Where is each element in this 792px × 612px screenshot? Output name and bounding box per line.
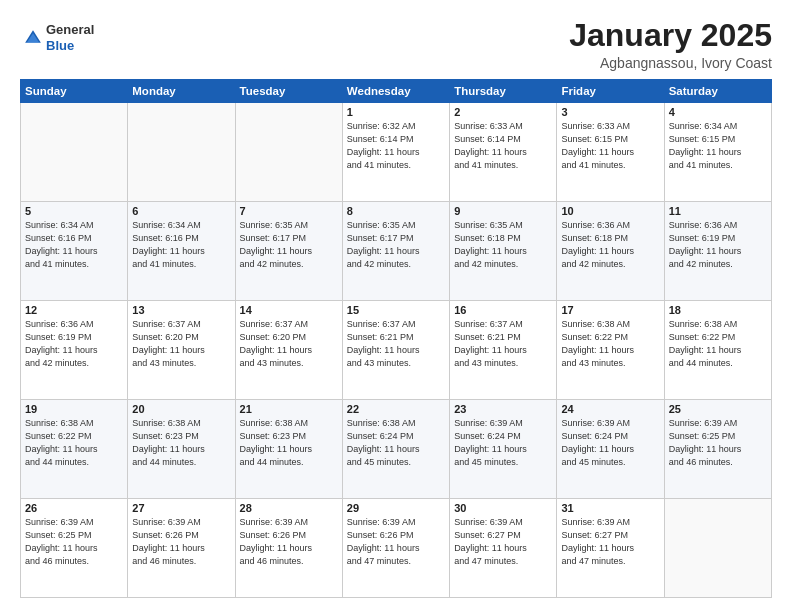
calendar-cell: 6Sunrise: 6:34 AMSunset: 6:16 PMDaylight… — [128, 202, 235, 301]
day-info: Sunrise: 6:39 AMSunset: 6:24 PMDaylight:… — [561, 417, 659, 469]
day-info: Sunrise: 6:35 AMSunset: 6:17 PMDaylight:… — [347, 219, 445, 271]
day-info: Sunrise: 6:39 AMSunset: 6:27 PMDaylight:… — [454, 516, 552, 568]
day-info: Sunrise: 6:38 AMSunset: 6:22 PMDaylight:… — [25, 417, 123, 469]
day-info: Sunrise: 6:39 AMSunset: 6:26 PMDaylight:… — [132, 516, 230, 568]
calendar-cell: 2Sunrise: 6:33 AMSunset: 6:14 PMDaylight… — [450, 103, 557, 202]
calendar-cell: 3Sunrise: 6:33 AMSunset: 6:15 PMDaylight… — [557, 103, 664, 202]
col-header-friday: Friday — [557, 80, 664, 103]
month-title: January 2025 — [569, 18, 772, 53]
day-info: Sunrise: 6:39 AMSunset: 6:25 PMDaylight:… — [25, 516, 123, 568]
calendar-cell: 5Sunrise: 6:34 AMSunset: 6:16 PMDaylight… — [21, 202, 128, 301]
calendar-cell: 26Sunrise: 6:39 AMSunset: 6:25 PMDayligh… — [21, 499, 128, 598]
day-info: Sunrise: 6:34 AMSunset: 6:15 PMDaylight:… — [669, 120, 767, 172]
calendar-cell: 20Sunrise: 6:38 AMSunset: 6:23 PMDayligh… — [128, 400, 235, 499]
calendar-cell — [235, 103, 342, 202]
day-number: 30 — [454, 502, 552, 514]
calendar-cell: 7Sunrise: 6:35 AMSunset: 6:17 PMDaylight… — [235, 202, 342, 301]
day-info: Sunrise: 6:35 AMSunset: 6:18 PMDaylight:… — [454, 219, 552, 271]
day-number: 3 — [561, 106, 659, 118]
logo-line2: Blue — [46, 38, 94, 54]
col-header-thursday: Thursday — [450, 80, 557, 103]
day-info: Sunrise: 6:37 AMSunset: 6:21 PMDaylight:… — [347, 318, 445, 370]
header: General Blue January 2025 Agbangnassou, … — [20, 18, 772, 71]
day-info: Sunrise: 6:36 AMSunset: 6:19 PMDaylight:… — [669, 219, 767, 271]
day-number: 24 — [561, 403, 659, 415]
day-number: 27 — [132, 502, 230, 514]
day-info: Sunrise: 6:33 AMSunset: 6:15 PMDaylight:… — [561, 120, 659, 172]
calendar-cell: 17Sunrise: 6:38 AMSunset: 6:22 PMDayligh… — [557, 301, 664, 400]
day-number: 20 — [132, 403, 230, 415]
day-number: 21 — [240, 403, 338, 415]
day-info: Sunrise: 6:37 AMSunset: 6:21 PMDaylight:… — [454, 318, 552, 370]
calendar-cell: 8Sunrise: 6:35 AMSunset: 6:17 PMDaylight… — [342, 202, 449, 301]
calendar-cell — [21, 103, 128, 202]
day-number: 5 — [25, 205, 123, 217]
day-number: 16 — [454, 304, 552, 316]
day-info: Sunrise: 6:33 AMSunset: 6:14 PMDaylight:… — [454, 120, 552, 172]
day-number: 2 — [454, 106, 552, 118]
day-info: Sunrise: 6:39 AMSunset: 6:27 PMDaylight:… — [561, 516, 659, 568]
logo: General Blue — [20, 22, 94, 53]
calendar-cell: 16Sunrise: 6:37 AMSunset: 6:21 PMDayligh… — [450, 301, 557, 400]
calendar-cell: 21Sunrise: 6:38 AMSunset: 6:23 PMDayligh… — [235, 400, 342, 499]
calendar-cell: 9Sunrise: 6:35 AMSunset: 6:18 PMDaylight… — [450, 202, 557, 301]
day-number: 28 — [240, 502, 338, 514]
day-number: 10 — [561, 205, 659, 217]
day-number: 23 — [454, 403, 552, 415]
day-info: Sunrise: 6:34 AMSunset: 6:16 PMDaylight:… — [132, 219, 230, 271]
day-info: Sunrise: 6:36 AMSunset: 6:18 PMDaylight:… — [561, 219, 659, 271]
day-number: 26 — [25, 502, 123, 514]
day-info: Sunrise: 6:37 AMSunset: 6:20 PMDaylight:… — [132, 318, 230, 370]
calendar-cell: 24Sunrise: 6:39 AMSunset: 6:24 PMDayligh… — [557, 400, 664, 499]
calendar-cell: 27Sunrise: 6:39 AMSunset: 6:26 PMDayligh… — [128, 499, 235, 598]
col-header-wednesday: Wednesday — [342, 80, 449, 103]
day-info: Sunrise: 6:39 AMSunset: 6:24 PMDaylight:… — [454, 417, 552, 469]
col-header-monday: Monday — [128, 80, 235, 103]
day-number: 4 — [669, 106, 767, 118]
day-number: 25 — [669, 403, 767, 415]
day-info: Sunrise: 6:39 AMSunset: 6:26 PMDaylight:… — [347, 516, 445, 568]
calendar-cell: 4Sunrise: 6:34 AMSunset: 6:15 PMDaylight… — [664, 103, 771, 202]
day-info: Sunrise: 6:32 AMSunset: 6:14 PMDaylight:… — [347, 120, 445, 172]
calendar-cell: 29Sunrise: 6:39 AMSunset: 6:26 PMDayligh… — [342, 499, 449, 598]
calendar-cell: 1Sunrise: 6:32 AMSunset: 6:14 PMDaylight… — [342, 103, 449, 202]
day-number: 6 — [132, 205, 230, 217]
calendar-cell — [664, 499, 771, 598]
calendar-cell: 11Sunrise: 6:36 AMSunset: 6:19 PMDayligh… — [664, 202, 771, 301]
calendar-week-row: 12Sunrise: 6:36 AMSunset: 6:19 PMDayligh… — [21, 301, 772, 400]
day-number: 11 — [669, 205, 767, 217]
calendar-cell: 22Sunrise: 6:38 AMSunset: 6:24 PMDayligh… — [342, 400, 449, 499]
logo-icon — [22, 27, 44, 49]
day-number: 31 — [561, 502, 659, 514]
calendar-table: SundayMondayTuesdayWednesdayThursdayFrid… — [20, 79, 772, 598]
day-number: 8 — [347, 205, 445, 217]
calendar-cell: 28Sunrise: 6:39 AMSunset: 6:26 PMDayligh… — [235, 499, 342, 598]
col-header-sunday: Sunday — [21, 80, 128, 103]
day-number: 15 — [347, 304, 445, 316]
location-subtitle: Agbangnassou, Ivory Coast — [569, 55, 772, 71]
calendar-week-row: 19Sunrise: 6:38 AMSunset: 6:22 PMDayligh… — [21, 400, 772, 499]
day-number: 29 — [347, 502, 445, 514]
calendar-cell: 14Sunrise: 6:37 AMSunset: 6:20 PMDayligh… — [235, 301, 342, 400]
day-info: Sunrise: 6:37 AMSunset: 6:20 PMDaylight:… — [240, 318, 338, 370]
day-number: 14 — [240, 304, 338, 316]
calendar-cell — [128, 103, 235, 202]
calendar-week-row: 26Sunrise: 6:39 AMSunset: 6:25 PMDayligh… — [21, 499, 772, 598]
day-number: 9 — [454, 205, 552, 217]
day-number: 13 — [132, 304, 230, 316]
calendar-cell: 30Sunrise: 6:39 AMSunset: 6:27 PMDayligh… — [450, 499, 557, 598]
calendar-cell: 25Sunrise: 6:39 AMSunset: 6:25 PMDayligh… — [664, 400, 771, 499]
day-number: 19 — [25, 403, 123, 415]
day-info: Sunrise: 6:39 AMSunset: 6:25 PMDaylight:… — [669, 417, 767, 469]
day-info: Sunrise: 6:39 AMSunset: 6:26 PMDaylight:… — [240, 516, 338, 568]
calendar-cell: 13Sunrise: 6:37 AMSunset: 6:20 PMDayligh… — [128, 301, 235, 400]
day-info: Sunrise: 6:38 AMSunset: 6:22 PMDaylight:… — [561, 318, 659, 370]
day-info: Sunrise: 6:38 AMSunset: 6:23 PMDaylight:… — [240, 417, 338, 469]
day-info: Sunrise: 6:38 AMSunset: 6:24 PMDaylight:… — [347, 417, 445, 469]
calendar-cell: 10Sunrise: 6:36 AMSunset: 6:18 PMDayligh… — [557, 202, 664, 301]
title-block: January 2025 Agbangnassou, Ivory Coast — [569, 18, 772, 71]
calendar-cell: 18Sunrise: 6:38 AMSunset: 6:22 PMDayligh… — [664, 301, 771, 400]
page: General Blue January 2025 Agbangnassou, … — [0, 0, 792, 612]
day-number: 17 — [561, 304, 659, 316]
logo-line1: General — [46, 22, 94, 38]
